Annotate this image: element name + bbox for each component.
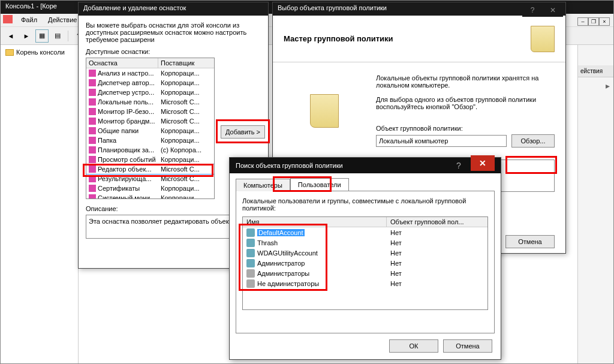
mdi-restore[interactable]: ❐: [588, 17, 599, 26]
group-icon: [246, 269, 255, 278]
menu-file[interactable]: Файл: [16, 15, 42, 25]
snapin-row[interactable]: Просмотр событийКорпораци...: [86, 155, 214, 164]
separator: [68, 31, 68, 41]
scroll-icon: [531, 26, 555, 52]
menu-action[interactable]: Действие: [43, 15, 82, 25]
add-button[interactable]: Добавить >: [221, 125, 265, 139]
snapin-icon: [89, 89, 96, 96]
tabs: Компьютеры Пользователи: [236, 178, 495, 191]
user-icon: [246, 259, 255, 267]
snapin-row[interactable]: Системный мони...Корпораци...: [86, 193, 214, 199]
folder-icon: [5, 49, 14, 56]
search-close-button[interactable]: ✕: [471, 155, 495, 171]
snapin-row[interactable]: Планировщик за...(с) Корпора...: [86, 145, 214, 155]
snapin-row[interactable]: Анализ и настро...Корпораци...: [86, 68, 214, 78]
snapin-row[interactable]: Локальные поль...Microsoft C...: [86, 97, 214, 107]
gpo-input[interactable]: [376, 135, 507, 147]
snapin-row[interactable]: Редактор объек...Microsoft C...: [86, 164, 214, 174]
snapin-row[interactable]: Диспетчер устро...Корпораци...: [86, 88, 214, 97]
wiz-field-label: Объект групповой политики:: [376, 125, 555, 132]
snapin-row[interactable]: ПапкаКорпораци...: [86, 136, 214, 145]
tab-computers[interactable]: Компьютеры: [236, 179, 290, 191]
wiz-p2: Для выбора одного из объектов групповой …: [376, 96, 555, 110]
snapin-row[interactable]: Общие папкиКорпораци...: [86, 126, 214, 136]
snapin-dlg-title[interactable]: Добавление и удаление оснасток: [79, 2, 268, 16]
group-icon: [246, 279, 255, 288]
wiz-header-title: Мастер групповой политики: [284, 34, 393, 43]
snapin-icon: [89, 146, 96, 154]
search-title-bar[interactable]: Поиск объекта групповой политики ? ✕: [230, 158, 501, 173]
view-button[interactable]: ▦: [35, 29, 49, 43]
user-row[interactable]: АдминистраторНет: [243, 258, 487, 268]
snapin-icon: [89, 127, 96, 134]
user-row[interactable]: ThrashНет: [243, 237, 487, 248]
snapin-row[interactable]: Монитор IP-безо...Microsoft C...: [86, 107, 214, 116]
snapin-icon: [89, 108, 96, 115]
browse-button[interactable]: Обзор...: [511, 134, 555, 148]
snapin-icon: [89, 166, 96, 173]
wiz-help-button[interactable]: ?: [522, 5, 543, 17]
ok-button[interactable]: ОК: [389, 339, 438, 353]
snapin-table[interactable]: Оснастка Поставщик Анализ и настро...Кор…: [86, 58, 215, 199]
tab-panel: Локальные пользователи и группы, совмест…: [236, 191, 495, 333]
available-label: Доступные оснастки:: [86, 48, 261, 55]
search-gpo-dialog: Поиск объекта групповой политики ? ✕ Ком…: [229, 157, 501, 360]
wiz-close-button[interactable]: ✕: [543, 5, 563, 17]
snapin-intro: Вы можете выбрать оснастки для этой конс…: [86, 22, 261, 43]
tree-root-item[interactable]: Корень консоли: [3, 47, 76, 57]
tree-root-label: Корень консоли: [16, 49, 65, 56]
snapin-icon: [89, 185, 96, 192]
col-vendor[interactable]: Поставщик: [158, 58, 214, 68]
search-help-button[interactable]: ?: [447, 158, 471, 173]
console-tree[interactable]: Корень консоли: [1, 45, 79, 363]
mmc-title-text: Консоль1 - [Коре: [5, 2, 57, 10]
user-row[interactable]: АдминистраторыНет: [243, 268, 487, 278]
user-row[interactable]: Не администраторыНет: [243, 278, 487, 288]
snapin-table-header: Оснастка Поставщик: [86, 58, 214, 68]
col-snapin[interactable]: Оснастка: [86, 58, 158, 68]
user-icon: [246, 249, 255, 257]
snapin-icon: [89, 156, 96, 163]
cancel-button[interactable]: Отмена: [505, 235, 555, 248]
back-button[interactable]: ◄: [4, 29, 17, 43]
snapin-icon: [89, 79, 96, 86]
mdi-min[interactable]: –: [577, 17, 588, 26]
snapin-row[interactable]: СертификатыКорпораци...: [86, 183, 214, 193]
view2-button[interactable]: ▤: [51, 29, 64, 43]
snapin-icon: [89, 118, 96, 125]
tab-users[interactable]: Пользователи: [290, 178, 349, 191]
mdi-controls: – ❐ ×: [577, 17, 610, 26]
search-title-text: Поиск объекта групповой политики: [236, 162, 343, 169]
snapin-row[interactable]: Диспетчер автор...Корпораци...: [86, 78, 214, 88]
app-icon: [3, 15, 13, 23]
user-icon: [246, 228, 255, 237]
actions-header: ействия: [578, 65, 613, 77]
wiz-title[interactable]: Выбор объекта групповой политики: [273, 2, 565, 16]
actions-pane: ействия ▸: [577, 45, 613, 363]
mdi-close[interactable]: ×: [599, 17, 610, 26]
snapin-icon: [89, 175, 96, 182]
snapin-icon: [89, 98, 96, 106]
col-gpo[interactable]: Объект групповой пол...: [387, 217, 487, 227]
snapin-icon: [89, 137, 96, 144]
wiz-p1: Локальные объекты групповой политики хра…: [376, 74, 555, 89]
cancel-button[interactable]: Отмена: [443, 339, 492, 353]
snapin-row[interactable]: Результирующа...Microsoft C...: [86, 174, 214, 183]
user-icon: [246, 239, 255, 247]
snapin-row[interactable]: Монитор брандм...Microsoft C...: [86, 116, 214, 126]
col-name[interactable]: Имя: [243, 217, 387, 227]
tab-intro: Локальные пользователи и группы, совмест…: [242, 197, 488, 212]
user-row[interactable]: WDAGUtilityAccountНет: [243, 248, 487, 258]
actions-expand-icon[interactable]: ▸: [578, 77, 613, 94]
snapin-icon: [89, 194, 96, 199]
document-icon: [310, 94, 339, 128]
user-row[interactable]: DefaultAccountНет: [243, 227, 487, 237]
snapin-icon: [89, 70, 96, 77]
forward-button[interactable]: ►: [20, 29, 33, 43]
user-list[interactable]: Имя Объект групповой пол... DefaultAccou…: [242, 216, 488, 310]
